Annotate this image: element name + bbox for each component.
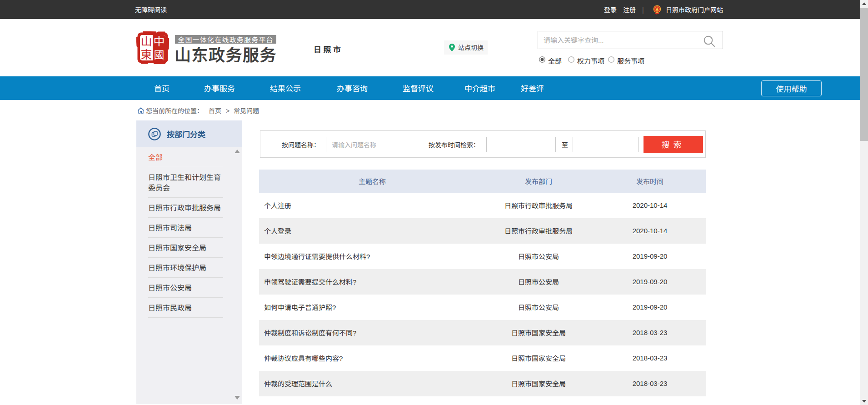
- svg-text:東: 東: [140, 45, 152, 62]
- svg-text:國: 國: [154, 46, 165, 62]
